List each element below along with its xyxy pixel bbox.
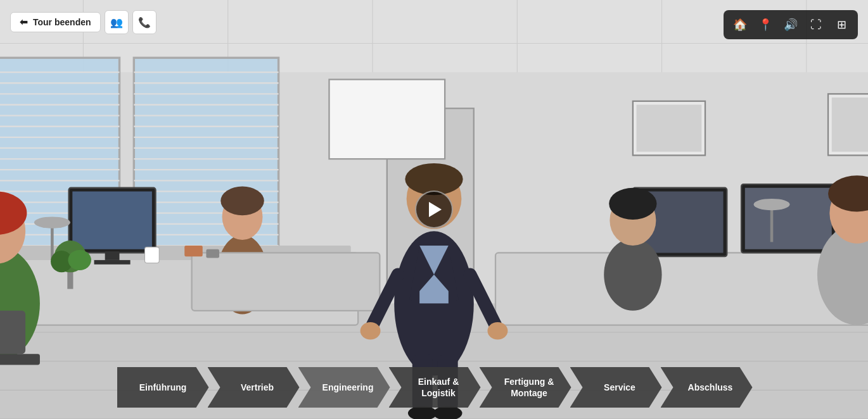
location-icon: 📍: [758, 18, 772, 32]
svg-point-107: [753, 199, 789, 210]
audio-icon: 🔊: [784, 18, 798, 32]
play-button[interactable]: [415, 191, 453, 228]
tour-end-label: Tour beenden: [33, 17, 91, 27]
grid-icon: ⊞: [837, 18, 846, 32]
svg-rect-106: [770, 206, 774, 242]
fullscreen-icon: ⛶: [810, 18, 822, 32]
fullscreen-button[interactable]: ⛶: [805, 13, 827, 36]
svg-rect-83: [745, 188, 832, 249]
arrow-left-icon: ⬅: [20, 16, 28, 28]
svg-rect-108: [184, 246, 203, 256]
nav-item-fertigung-montage[interactable]: Fertigung & Montage: [480, 367, 571, 408]
svg-rect-57: [329, 80, 445, 159]
svg-rect-79: [495, 253, 868, 325]
nav-item-label-engineering: Engineering: [322, 382, 374, 393]
tour-end-button[interactable]: ⬅ Tour beenden: [10, 12, 101, 32]
nav-item-label-einkauf-logistik: Einkauf & Logistik: [418, 376, 459, 399]
nav-item-abschluss[interactable]: Abschluss: [661, 367, 753, 408]
svg-rect-56: [832, 97, 868, 152]
svg-rect-67: [105, 251, 120, 260]
svg-point-98: [361, 322, 381, 339]
svg-point-77: [220, 186, 264, 215]
svg-rect-109: [206, 249, 219, 258]
svg-rect-68: [94, 260, 131, 265]
toolbar-left: ⬅ Tour beenden 👥 📞: [10, 10, 156, 34]
bottom-navigation: EinführungVertriebEngineeringEinkauf & L…: [0, 356, 868, 419]
svg-point-105: [34, 216, 70, 228]
nav-item-engineering[interactable]: Engineering: [298, 367, 390, 408]
nav-item-einkauf-logistik[interactable]: Einkauf & Logistik: [389, 367, 481, 408]
phone-button[interactable]: 📞: [132, 10, 156, 34]
home-button[interactable]: 🏠: [729, 13, 751, 36]
svg-rect-54: [637, 105, 702, 152]
svg-point-99: [487, 322, 507, 339]
contacts-button[interactable]: 👥: [105, 10, 129, 34]
home-icon: 🏠: [733, 18, 747, 32]
phone-icon: 📞: [138, 16, 151, 28]
svg-rect-73: [0, 311, 25, 354]
svg-rect-66: [72, 191, 152, 249]
nav-item-vertrieb[interactable]: Vertrieb: [208, 367, 300, 408]
nav-item-label-einfuhrung: Einführung: [139, 382, 187, 393]
svg-point-86: [609, 188, 656, 220]
toolbar-right: 🏠 📍 🔊 ⛶ ⊞: [724, 10, 858, 39]
nav-item-label-vertrieb: Vertrieb: [241, 382, 274, 393]
svg-point-114: [68, 250, 91, 270]
svg-rect-78: [192, 253, 380, 310]
grid-button[interactable]: ⊞: [830, 13, 853, 36]
audio-button[interactable]: 🔊: [779, 13, 802, 36]
nav-item-label-abschluss: Abschluss: [688, 382, 733, 393]
svg-rect-110: [144, 247, 159, 263]
nav-item-service[interactable]: Service: [570, 367, 662, 408]
location-button[interactable]: 📍: [754, 13, 777, 36]
contacts-icon: 👥: [110, 16, 123, 28]
svg-point-84: [604, 239, 661, 311]
nav-item-label-fertigung-montage: Fertigung & Montage: [504, 376, 554, 399]
nav-item-einfuhrung[interactable]: Einführung: [117, 367, 209, 408]
nav-item-label-service: Service: [604, 382, 635, 393]
